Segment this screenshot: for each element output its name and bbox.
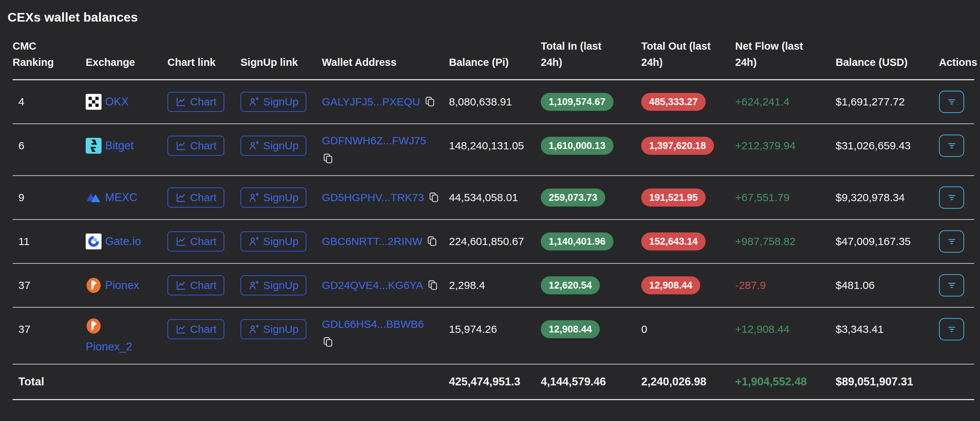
user-plus-icon xyxy=(248,192,259,203)
table-row: 37 Pionex_2 Chart SignUp xyxy=(13,308,974,364)
wallet-address-cell: GD5HGPHV...TRK73 xyxy=(322,186,449,209)
exchange-link[interactable]: MEXC xyxy=(105,191,138,204)
actions-button[interactable] xyxy=(939,230,964,253)
total-in-cell: 1,140,401.96 xyxy=(541,230,641,253)
line-chart-icon xyxy=(175,140,186,151)
copy-icon[interactable] xyxy=(322,153,449,165)
exchange-link[interactable]: Gate.io xyxy=(105,235,141,248)
chart-button-label: Chart xyxy=(190,96,216,108)
chart-button[interactable]: Chart xyxy=(167,319,224,339)
chart-button-label: Chart xyxy=(190,279,216,291)
wallet-address-link[interactable]: GD24QVE4...KG6YA xyxy=(322,279,423,291)
col-header-balance-usd: Balance (USD) xyxy=(836,54,939,70)
total-out-cell: 485,333.27 xyxy=(641,91,735,113)
actions-button[interactable] xyxy=(939,135,964,157)
col-header-exchange: Exchange xyxy=(86,54,167,70)
actions-button[interactable] xyxy=(939,91,964,113)
balance-usd-value: $47,009,167.35 xyxy=(836,235,911,248)
wallet-address-link[interactable]: GALYJFJ5...PXEQU xyxy=(322,96,420,108)
exchange-link[interactable]: Pionex_2 xyxy=(86,340,167,353)
line-chart-icon xyxy=(175,280,186,291)
chart-link-cell: Chart xyxy=(167,274,240,297)
chart-link-cell: Chart xyxy=(167,318,240,340)
actions-button[interactable] xyxy=(939,318,964,340)
total-balance-usd: $89,051,907.31 xyxy=(836,375,939,388)
copy-icon[interactable] xyxy=(426,279,439,291)
cmc-ranking-value: 37 xyxy=(18,279,30,291)
signup-link-cell: SignUp xyxy=(240,230,322,253)
total-out-cell: 12,908.44 xyxy=(641,274,735,297)
col-header-signup-link: SignUp link xyxy=(240,54,322,70)
signup-button[interactable]: SignUp xyxy=(240,319,306,339)
signup-link-cell: SignUp xyxy=(240,135,322,157)
balance-usd-cell: $481.06 xyxy=(836,274,939,297)
exchange-link[interactable]: Bitget xyxy=(105,139,134,152)
chart-button[interactable]: Chart xyxy=(167,187,224,208)
total-out-badge: 12,908.44 xyxy=(641,276,700,294)
cmc-ranking-value: 4 xyxy=(18,96,24,108)
signup-button-label: SignUp xyxy=(263,279,299,291)
balance-usd-cell: $1,691,277.72 xyxy=(836,91,939,113)
wallet-address-link[interactable]: GD5HGPHV...TRK73 xyxy=(322,191,424,204)
exchange-cell: Pionex_2 xyxy=(86,318,167,353)
col-header-actions: Actions xyxy=(939,54,977,70)
total-in-badge: 1,109,574.67 xyxy=(541,93,614,111)
net-flow-value: +212,379.94 xyxy=(735,140,795,152)
signup-button[interactable]: SignUp xyxy=(240,136,306,156)
exchange-cell: Gate.io xyxy=(86,230,167,253)
line-chart-icon xyxy=(175,236,186,247)
signup-button-label: SignUp xyxy=(263,191,299,204)
wallet-address-link[interactable]: GBC6NRTT...2RINW xyxy=(322,235,422,248)
chart-link-cell: Chart xyxy=(167,91,240,113)
copy-icon[interactable] xyxy=(428,191,440,204)
signup-link-cell: SignUp xyxy=(240,274,322,297)
balance-pi-value: 15,974.26 xyxy=(449,323,497,335)
chart-button[interactable]: Chart xyxy=(167,231,224,251)
balance-usd-value: $3,343.41 xyxy=(836,323,883,335)
signup-button[interactable]: SignUp xyxy=(240,92,306,112)
exchange-link[interactable]: Pionex xyxy=(105,279,139,292)
total-in-cell: 1,610,000.13 xyxy=(541,135,641,157)
col-header-wallet-address: Wallet Address xyxy=(322,54,449,70)
total-in-cell: 12,620.54 xyxy=(541,274,641,297)
wallet-address-link[interactable]: GDL66HS4...BBWB6 xyxy=(322,318,424,330)
signup-button[interactable]: SignUp xyxy=(240,231,306,251)
total-row: Total 425,474,951.3 4,144,579.46 2,240,0… xyxy=(13,364,974,400)
user-plus-icon xyxy=(248,140,259,151)
col-header-chart-link: Chart link xyxy=(167,54,240,70)
filter-icon xyxy=(947,237,956,246)
signup-button[interactable]: SignUp xyxy=(240,275,306,295)
line-chart-icon xyxy=(175,324,186,335)
col-header-balance-pi: Balance (Pi) xyxy=(449,54,541,70)
actions-button[interactable] xyxy=(939,186,964,209)
net-flow-value: +67,551.79 xyxy=(735,191,789,204)
chart-button[interactable]: Chart xyxy=(167,136,224,156)
total-balance-pi: 425,474,951.3 xyxy=(449,375,541,388)
actions-button[interactable] xyxy=(939,274,964,297)
cmc-ranking-value: 6 xyxy=(18,140,24,152)
total-in-cell: 1,109,574.67 xyxy=(541,91,641,113)
chart-button[interactable]: Chart xyxy=(167,275,224,295)
table-row: 37 Pionex Chart SignUp xyxy=(13,264,974,308)
copy-icon[interactable] xyxy=(424,96,436,108)
copy-icon[interactable] xyxy=(322,336,449,348)
table-row: 9 MEXC Chart SignUp xyxy=(13,176,974,220)
user-plus-icon xyxy=(248,280,259,291)
chart-button[interactable]: Chart xyxy=(167,92,224,112)
total-net-flow: +1,904,552.48 xyxy=(735,375,836,388)
signup-button-label: SignUp xyxy=(263,96,299,108)
table-row: 11 Gate.io Chart SignUp xyxy=(13,220,974,264)
net-flow-cell: +12,908.44 xyxy=(735,318,836,340)
wallet-address-cell: GD24QVE4...KG6YA xyxy=(322,274,449,297)
signup-button[interactable]: SignUp xyxy=(240,187,306,208)
net-flow-cell: -287.9 xyxy=(735,274,836,297)
page-title: CEXs wallet balances xyxy=(8,10,974,24)
exchange-link[interactable]: OKX xyxy=(105,95,129,108)
user-plus-icon xyxy=(248,324,259,335)
wallet-address-link[interactable]: GDFNWH6Z...FWJ75 xyxy=(322,135,426,147)
copy-icon[interactable] xyxy=(426,235,438,248)
balance-pi-cell: 44,534,058.01 xyxy=(449,186,541,209)
col-header-cmc-ranking: CMC Ranking xyxy=(13,38,61,70)
total-out-value: 2,240,026.98 xyxy=(641,375,735,388)
chart-button-label: Chart xyxy=(190,323,216,335)
